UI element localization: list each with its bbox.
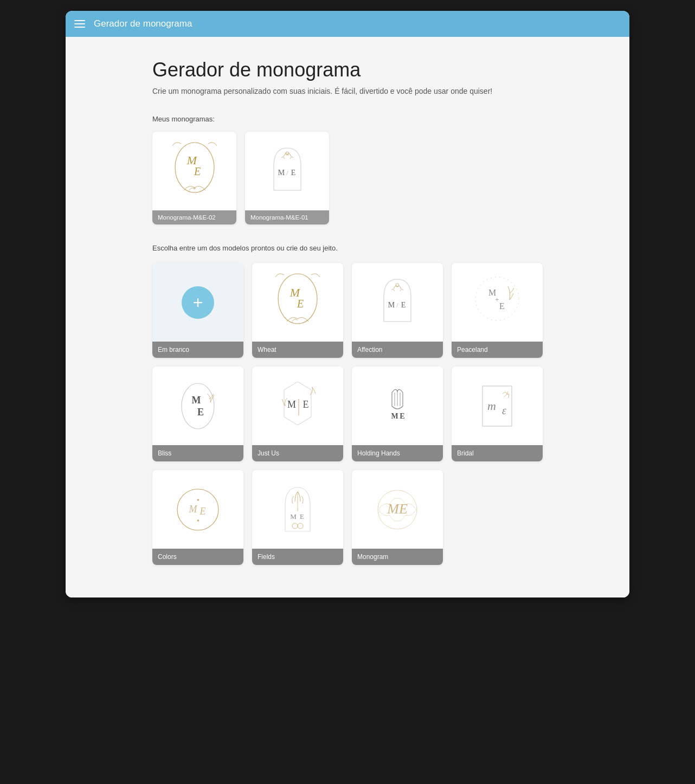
blank-label: Em branco [152, 342, 243, 358]
colors-svg: ✦ ✦ M E [168, 474, 228, 545]
saved-card-preview-2: M / E [245, 132, 329, 210]
svg-point-3 [194, 187, 196, 189]
wheat-preview: M E [252, 263, 343, 342]
svg-text:E: E [401, 301, 406, 309]
justus-svg: M E [268, 371, 327, 441]
svg-text:M: M [189, 504, 198, 515]
bliss-label: Bliss [152, 445, 243, 461]
saved-monogram-card-2[interactable]: M / E Monograma-M&E-01 [245, 132, 329, 224]
svg-text:✦: ✦ [196, 498, 200, 503]
blank-preview: + [152, 263, 243, 342]
svg-point-38 [292, 523, 298, 529]
svg-text:+: + [495, 295, 499, 304]
saved-label: Meus monogramas: [152, 115, 543, 123]
svg-text:M: M [192, 395, 201, 406]
template-card-holding[interactable]: M E Holding Hands [352, 367, 443, 461]
main-content: Gerador de monograma Crie um monograma p… [66, 37, 629, 597]
saved-card-preview-1: M E [152, 132, 236, 210]
page-title: Gerador de monograma [152, 59, 543, 81]
templates-grid: + Em branco M E Wheat [152, 263, 543, 565]
template-card-blank[interactable]: + Em branco [152, 263, 243, 358]
template-card-fields[interactable]: M E Fields [252, 470, 343, 565]
svg-text:M: M [278, 169, 285, 177]
colors-preview: ✦ ✦ M E [152, 470, 243, 549]
justus-preview: M E [252, 367, 343, 445]
svg-text:/: / [286, 169, 288, 177]
saved-card-label-1: Monograma-M&E-02 [152, 210, 236, 224]
affection-svg: M / E [368, 267, 427, 338]
monogram-svg: ME [368, 474, 427, 545]
bridal-svg: m ε [467, 371, 527, 441]
svg-text:E: E [193, 165, 200, 177]
svg-text:E: E [297, 298, 304, 310]
svg-text:m: m [487, 399, 496, 413]
holding-svg: M E [368, 371, 427, 441]
wheat-label: Wheat [252, 342, 343, 358]
svg-text:M: M [287, 399, 296, 410]
bridal-label: Bridal [452, 445, 543, 461]
peaceland-svg: M + E [467, 267, 527, 338]
monogram-label: Monogram [352, 549, 443, 565]
svg-text:✦: ✦ [196, 518, 200, 523]
saved-monogram-card[interactable]: M E Monograma-M&E-02 [152, 132, 236, 224]
fields-label: Fields [252, 549, 343, 565]
svg-text:E: E [303, 399, 309, 410]
svg-text:ε: ε [502, 404, 506, 416]
svg-text:M: M [388, 301, 395, 309]
fields-preview: M E [252, 470, 343, 549]
holding-label: Holding Hands [352, 445, 443, 461]
peaceland-preview: M + E [452, 263, 543, 342]
oval-gold-svg: M E [165, 136, 224, 207]
holding-preview: M E [352, 367, 443, 445]
browser-window: Gerador de monograma Gerador de monogram… [66, 11, 629, 597]
fields-svg: M E [268, 474, 327, 545]
affection-preview: M / E [352, 263, 443, 342]
svg-text:/: / [396, 301, 398, 309]
wheat-svg: M E [268, 267, 327, 338]
bliss-svg: M E [168, 371, 228, 441]
svg-point-39 [298, 523, 303, 529]
template-card-bliss[interactable]: M E Bliss [152, 367, 243, 461]
menu-icon[interactable] [74, 20, 85, 28]
template-card-wheat[interactable]: M E Wheat [252, 263, 343, 358]
bliss-preview: M E [152, 367, 243, 445]
justus-label: Just Us [252, 445, 343, 461]
peaceland-label: Peaceland [452, 342, 543, 358]
template-card-affection[interactable]: M / E Affection [352, 263, 443, 358]
template-card-colors[interactable]: ✦ ✦ M E Colors [152, 470, 243, 565]
svg-text:E: E [291, 169, 295, 177]
svg-text:M: M [290, 512, 297, 520]
page-subtitle: Crie um monograma personalizado com suas… [152, 87, 543, 95]
monogram-preview: ME [352, 470, 443, 549]
plus-icon: + [182, 286, 214, 319]
colors-label: Colors [152, 549, 243, 565]
svg-text:ME: ME [387, 501, 408, 517]
svg-text:E: E [300, 512, 304, 520]
template-card-monogram[interactable]: ME Monogram [352, 470, 443, 565]
svg-text:E: E [200, 506, 206, 517]
svg-point-19 [182, 383, 214, 429]
saved-monograms-list: M E Monograma-M&E-02 [152, 132, 543, 224]
template-card-bridal[interactable]: m ε Bridal [452, 367, 543, 461]
svg-text:E: E [197, 407, 204, 417]
bridal-preview: m ε [452, 367, 543, 445]
app-title: Gerador de monograma [94, 18, 192, 29]
template-card-justus[interactable]: M E Just Us [252, 367, 343, 461]
top-bar: Gerador de monograma [66, 11, 629, 37]
saved-card-label-2: Monograma-M&E-01 [245, 210, 329, 224]
templates-instruction: Escolha entre um dos modelos prontos ou … [152, 244, 543, 252]
svg-text:E: E [400, 412, 404, 420]
svg-text:E: E [499, 301, 505, 311]
affection-label: Affection [352, 342, 443, 358]
template-card-peaceland[interactable]: M + E Peaceland [452, 263, 543, 358]
arch-floral-svg: M / E [258, 136, 317, 207]
svg-point-30 [177, 489, 218, 530]
svg-text:M: M [391, 412, 398, 420]
